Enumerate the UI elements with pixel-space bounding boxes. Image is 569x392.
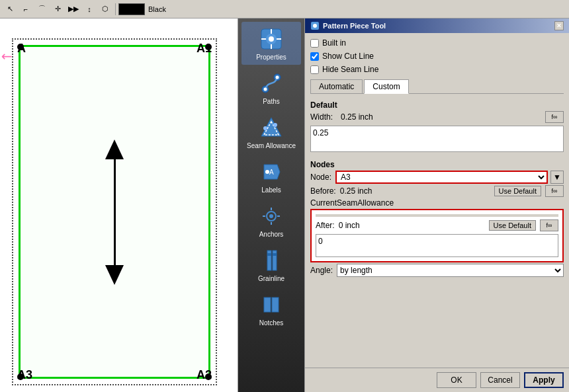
after-value: 0 inch	[339, 221, 360, 230]
show-cut-line-row: Show Cut Line	[310, 52, 564, 61]
after-func-btn[interactable]: f∞	[540, 219, 558, 231]
svg-point-6	[276, 76, 279, 79]
toolbar-special-btn[interactable]: ⬡	[98, 2, 112, 17]
corner-label-br: A2	[197, 368, 212, 382]
node-select-row: Node: A3 ▼	[310, 171, 564, 184]
corner-label-tr: A1	[197, 42, 212, 56]
sidebar-item-paths[interactable]: Paths	[241, 66, 301, 109]
sidebar-item-properties[interactable]: Properties	[241, 22, 301, 65]
built-in-row: Built in	[310, 38, 564, 48]
main-area: ↙ A A1 A3 A2	[0, 19, 569, 392]
show-cut-line-label: Show Cut Line	[322, 52, 374, 61]
toolbar-height-btn[interactable]: ↕	[82, 2, 97, 17]
toolbar-fwd-btn[interactable]: ▶▶	[66, 2, 81, 17]
grainline-icon	[258, 247, 284, 274]
after-row: After: 0 inch Use Default f∞	[316, 219, 558, 231]
svg-rect-19	[264, 297, 271, 312]
svg-rect-17	[267, 253, 271, 256]
width-value: 0.25 inch	[341, 112, 373, 122]
dialog-title-bar: Pattern Piece Tool ✕	[305, 19, 569, 33]
seam-allowance-icon	[258, 114, 284, 141]
angle-select[interactable]: by length	[337, 264, 564, 277]
after-top-bar	[316, 214, 558, 217]
sidebar-item-seam-allowance[interactable]: Seam Allowance	[241, 110, 301, 153]
default-section: Default Width: 0.25 inch f∞ 0.25	[310, 98, 564, 153]
notches-icon	[258, 292, 284, 318]
ok-button[interactable]: OK	[437, 372, 476, 388]
node-label: Node:	[310, 173, 331, 182]
svg-point-10	[273, 123, 277, 127]
sidebar-item-notches[interactable]: Notches	[241, 288, 301, 331]
sidebar-item-anchors[interactable]: Anchors	[241, 199, 301, 242]
properties-icon	[258, 26, 284, 52]
toolbar-sep	[115, 3, 116, 15]
grain-arrow	[105, 139, 124, 285]
sidebar-item-labels[interactable]: A Labels	[241, 155, 301, 198]
angle-label: Angle:	[310, 266, 333, 275]
dialog-title: Pattern Piece Tool	[323, 22, 386, 30]
width-number: 0.25	[313, 128, 328, 137]
width-label: Width:	[310, 112, 337, 122]
tool-sidebar: Properties Paths	[238, 19, 304, 392]
before-value: 0.25 inch	[340, 186, 372, 196]
built-in-label: Built in	[322, 38, 346, 48]
notches-label: Notches	[259, 319, 284, 327]
nodes-section-label: Nodes	[310, 160, 564, 169]
grainline-label: Grainline	[258, 275, 284, 282]
toolbar-arrow-btn[interactable]: ⌐	[19, 2, 33, 17]
svg-point-9	[263, 126, 267, 130]
after-number: 0	[318, 237, 323, 246]
before-label: Before:	[310, 186, 336, 196]
after-value-box: 0	[316, 234, 558, 257]
toolbar-curve-btn[interactable]: ⌒	[34, 2, 49, 17]
dialog-close-btn[interactable]: ✕	[554, 21, 564, 30]
tab-custom[interactable]: Custom	[364, 79, 408, 94]
color-swatch[interactable]	[118, 3, 145, 15]
svg-point-5	[264, 88, 267, 91]
arrow-head-up	[105, 139, 124, 159]
angle-row: Angle: by length	[310, 264, 564, 277]
labels-label: Labels	[261, 186, 281, 194]
apply-button[interactable]: Apply	[524, 372, 564, 388]
svg-text:A: A	[269, 169, 274, 176]
pattern-piece: A A1 A3 A2	[12, 38, 217, 385]
toolbar-select-btn[interactable]: ↖	[3, 2, 17, 17]
width-row: Width: 0.25 inch f∞	[310, 111, 564, 123]
width-value-box: 0.25	[310, 126, 564, 152]
hide-seam-line-checkbox[interactable]	[310, 65, 319, 74]
after-use-default-btn[interactable]: Use Default	[489, 220, 536, 231]
before-use-default-btn[interactable]: Use Default	[494, 186, 541, 196]
after-section: After: 0 inch Use Default f∞ 0	[310, 209, 564, 262]
before-func-btn[interactable]: f∞	[545, 185, 564, 197]
hide-seam-line-row: Hide Seam Line	[310, 65, 564, 74]
width-func-btn[interactable]: f∞	[545, 111, 564, 123]
bottom-buttons: OK Cancel Apply	[305, 368, 569, 392]
hide-seam-line-label: Hide Seam Line	[322, 65, 378, 74]
toolbar-move-btn[interactable]: ✛	[50, 2, 65, 17]
before-row: Before: 0.25 inch Use Default f∞	[310, 185, 564, 197]
node-select[interactable]: A3	[335, 171, 548, 184]
current-seam-label: CurrentSeamAllowance	[310, 198, 564, 208]
arrow-shaft	[114, 159, 116, 265]
sidebar-item-grainline[interactable]: Grainline	[241, 243, 301, 286]
node-dropdown-btn[interactable]: ▼	[550, 171, 564, 184]
svg-rect-18	[273, 253, 277, 256]
cancel-button[interactable]: Cancel	[480, 372, 520, 388]
corner-label-tl: A	[17, 42, 26, 56]
tab-automatic[interactable]: Automatic	[310, 79, 363, 93]
svg-point-2	[269, 36, 274, 42]
dialog-title-icon	[310, 21, 320, 30]
corner-label-bl: A3	[17, 368, 32, 382]
tab-bar: Automatic Custom	[310, 79, 564, 94]
anchors-label: Anchors	[259, 231, 284, 238]
paths-label: Paths	[263, 98, 280, 105]
svg-point-22	[313, 24, 317, 28]
built-in-checkbox[interactable]	[310, 39, 319, 48]
properties-panel: Pattern Piece Tool ✕ Built in Show Cut L…	[304, 19, 569, 392]
properties-label: Properties	[256, 54, 286, 61]
paths-icon	[258, 70, 284, 97]
show-cut-line-checkbox[interactable]	[310, 52, 319, 61]
properties-content: Built in Show Cut Line Hide Seam Line Au…	[305, 33, 569, 368]
svg-point-14	[269, 214, 273, 218]
color-label: Black	[148, 5, 166, 13]
